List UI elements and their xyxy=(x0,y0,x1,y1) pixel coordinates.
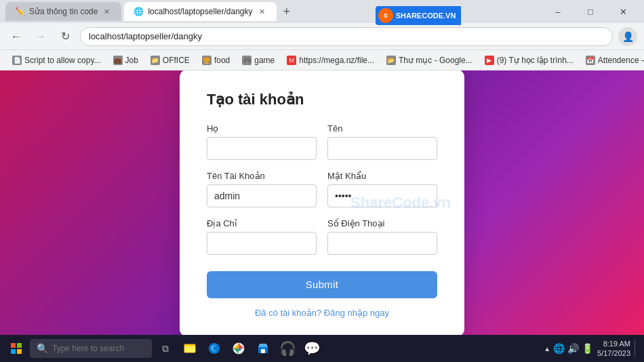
bookmark-icon-mega: M xyxy=(287,56,296,65)
taskbar-app-2[interactable]: 💬 xyxy=(301,338,323,359)
tab-active-2[interactable]: 🌐 localhost/laptopseller/dangky ✕ xyxy=(124,2,276,21)
bookmark-attendance[interactable]: 📅 Attendence - Googl... xyxy=(580,54,644,67)
bookmark-icon-office: 📁 xyxy=(150,56,160,65)
input-diachi[interactable] xyxy=(207,232,317,255)
svg-rect-0 xyxy=(11,343,16,348)
label-ho: Họ xyxy=(207,123,317,134)
maximize-button[interactable]: □ xyxy=(575,2,606,21)
bookmark-label-office: OFfICE xyxy=(163,56,190,65)
bookmark-icon-food: 🍔 xyxy=(202,56,212,65)
taskbar-store[interactable] xyxy=(252,338,274,359)
bookmark-icon-learn: ▶ xyxy=(485,56,494,65)
logo-icon: S xyxy=(378,8,393,23)
form-group-matkhau: Mật Khẩu xyxy=(327,171,437,207)
show-desktop-button[interactable] xyxy=(635,340,639,357)
login-link[interactable]: Đã có tài khoản? Đăng nhập ngay xyxy=(255,308,389,318)
taskbar-search[interactable]: 🔍 xyxy=(30,339,152,358)
registration-card: ShareCode.vn Tạo tài khoản Họ Tên Tên Tà… xyxy=(180,71,464,335)
label-diachi: Địa Chỉ xyxy=(207,218,317,228)
taskbar-chrome[interactable] xyxy=(228,338,249,359)
tab2-favicon: 🌐 xyxy=(134,7,144,16)
taskbar-explorer[interactable] xyxy=(179,338,201,359)
form-group-sodienthoai: Số Điện Thoại xyxy=(327,218,437,255)
bookmark-food[interactable]: 🍔 food xyxy=(197,54,235,67)
svg-rect-1 xyxy=(17,343,22,348)
bookmark-label-food: food xyxy=(214,56,230,65)
minimize-button[interactable]: – xyxy=(542,2,573,21)
tray-up-icon[interactable]: ▲ xyxy=(544,345,550,353)
form-group-ten: Tên xyxy=(327,123,437,160)
reload-button[interactable]: ↻ xyxy=(56,27,75,46)
bookmark-game[interactable]: 🎮 game xyxy=(237,54,280,67)
label-matkhau: Mật Khẩu xyxy=(327,171,437,181)
bookmark-icon-attendance: 📅 xyxy=(586,56,595,65)
form-group-ho: Họ xyxy=(207,123,317,160)
tray-icons: ▲ 🌐 🔊 🔋 xyxy=(544,343,593,354)
browser-frame: ✏️ Sửa thông tin code ✕ 🌐 localhost/lapt… xyxy=(0,0,644,362)
bookmark-job[interactable]: 💼 Job xyxy=(108,54,144,67)
tray-battery-icon[interactable]: 🔋 xyxy=(582,343,593,354)
input-ho[interactable] xyxy=(207,137,317,160)
form-group-tentaikhoan: Tên Tài Khoản xyxy=(207,171,317,207)
clock-date: 5/17/2023 xyxy=(597,348,630,358)
bookmark-label-folder: Thư mục - Google... xyxy=(399,56,472,65)
input-matkhau[interactable] xyxy=(327,184,437,207)
svg-rect-3 xyxy=(17,349,22,354)
bookmark-icon-job: 💼 xyxy=(113,56,123,65)
close-button[interactable]: ✕ xyxy=(607,2,639,21)
bookmark-script[interactable]: 📄 Script to allow copy... xyxy=(7,54,106,67)
input-ten[interactable] xyxy=(327,137,437,160)
taskbar-edge[interactable] xyxy=(203,338,225,359)
window-controls: – □ ✕ xyxy=(542,2,639,21)
clock-time: 8:19 AM xyxy=(603,339,630,348)
input-sodienthoai[interactable] xyxy=(327,232,437,255)
tab-inactive-1[interactable]: ✏️ Sửa thông tin code ✕ xyxy=(5,2,121,21)
tab2-close[interactable]: ✕ xyxy=(257,7,267,17)
bookmark-label-learn: (9) Tự học lập trình... xyxy=(497,56,573,65)
bookmark-label-mega: https://mega.nz/file... xyxy=(299,56,374,65)
tray-sound-icon[interactable]: 🔊 xyxy=(567,343,579,354)
submit-button[interactable]: Submit xyxy=(207,271,437,298)
address-input[interactable] xyxy=(80,27,613,46)
title-bar: ✏️ Sửa thông tin code ✕ 🌐 localhost/lapt… xyxy=(0,0,644,23)
taskbar-task-view[interactable]: ⧉ xyxy=(155,338,176,359)
start-button[interactable] xyxy=(5,338,27,359)
bookmark-label-game: game xyxy=(254,56,275,65)
form-row-1: Họ Tên xyxy=(207,123,437,160)
tab1-favicon: ✏️ xyxy=(15,7,25,16)
svg-point-7 xyxy=(209,343,220,354)
back-button[interactable]: ← xyxy=(7,27,26,46)
label-sodienthoai: Số Điện Thoại xyxy=(327,218,437,228)
bookmark-icon-folder: 📂 xyxy=(386,56,396,65)
forward-button[interactable]: → xyxy=(31,27,50,46)
tab2-label: localhost/laptopseller/dangky xyxy=(148,7,252,16)
svg-rect-2 xyxy=(11,349,16,354)
bookmarks-bar: 📄 Script to allow copy... 💼 Job 📁 OFfICE… xyxy=(0,50,644,71)
bookmark-label-script: Script to allow copy... xyxy=(24,56,101,65)
svg-rect-11 xyxy=(261,349,265,353)
page-content: ShareCode.vn Tạo tài khoản Họ Tên Tên Tà… xyxy=(0,71,644,335)
bookmark-learn[interactable]: ▶ (9) Tự học lập trình... xyxy=(479,54,579,67)
tab1-close[interactable]: ✕ xyxy=(102,7,112,17)
bookmark-mega[interactable]: M https://mega.nz/file... xyxy=(281,54,380,67)
clock[interactable]: 8:19 AM 5/17/2023 xyxy=(597,339,630,359)
search-input[interactable] xyxy=(52,344,140,353)
profile-icon[interactable]: 👤 xyxy=(618,27,637,46)
form-row-2: Tên Tài Khoản Mật Khẩu xyxy=(207,171,437,207)
new-tab-button[interactable]: + xyxy=(279,5,295,18)
tray-network-icon[interactable]: 🌐 xyxy=(553,343,565,354)
bookmark-office[interactable]: 📁 OFfICE xyxy=(145,54,195,67)
taskbar-app-1[interactable]: 🎧 xyxy=(277,338,298,359)
form-row-3: Địa Chỉ Số Điện Thoại xyxy=(207,218,437,255)
input-tentaikhoan[interactable] xyxy=(207,184,317,207)
bookmark-label-job: Job xyxy=(125,56,138,65)
login-link-container: Đã có tài khoản? Đăng nhập ngay xyxy=(207,308,437,318)
form-group-diachi: Địa Chỉ xyxy=(207,218,317,255)
bookmark-icon-script: 📄 xyxy=(12,56,22,65)
search-icon: 🔍 xyxy=(37,343,48,354)
tab1-label: Sửa thông tin code xyxy=(29,7,98,16)
bookmark-label-attendance: Attendence - Googl... xyxy=(598,56,644,65)
bookmark-icon-game: 🎮 xyxy=(242,56,251,65)
sharecode-logo: S SHARECODE.VN xyxy=(376,6,462,25)
bookmark-folder[interactable]: 📂 Thư mục - Google... xyxy=(381,54,478,67)
